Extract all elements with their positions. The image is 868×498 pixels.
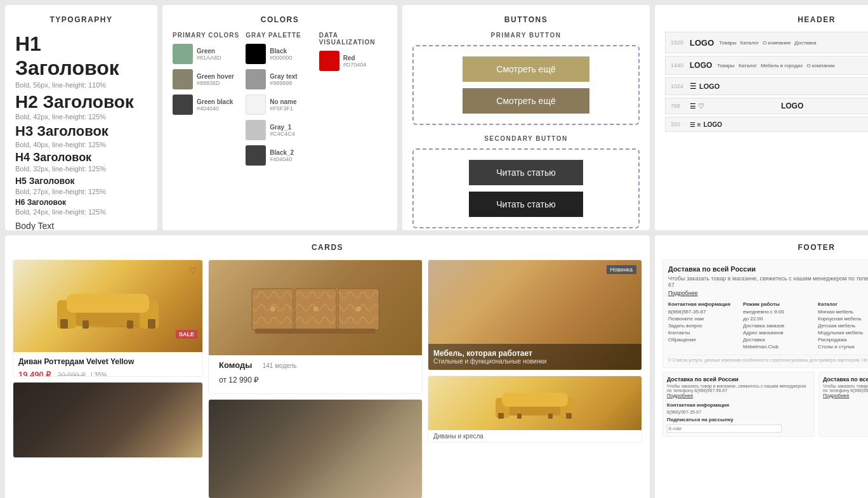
color-item-gray1: Gray_1 #C4C4C4 [246,120,313,140]
data-viz-section: DATA VISUALIZATION Red #D70404 [319,32,387,171]
komody-card: Комоды 141 модель от 12 990 ₽ [208,259,423,394]
secondary-button-2[interactable]: Читать статью [469,192,583,217]
sofa-card: SALE ♡ Диван Роттердам Velvet Yellow 19 … [13,259,203,377]
typography-title: TYPOGRAPHY [15,15,147,24]
secondary-button-demo: Читать статью Читать статью [412,148,640,228]
footer-small-2-title: Доставка по всей России [823,376,868,383]
gray-palette-title: GRAY PALETTE [246,32,313,39]
sofa-small-card: Диваны и кресла [428,376,642,443]
color-item-black2: Black_2 #404040 [246,145,313,166]
sofa-card-image [13,260,202,352]
footer-small-1-link[interactable]: Подробнее [667,393,694,398]
footer-delivery-link[interactable]: Подробнее [668,290,698,296]
cards-grid: SALE ♡ Диван Роттердам Velvet Yellow 19 … [13,259,642,498]
header-panel: HEADER 1920 LOGO Товары Каталог О компан… [655,5,868,230]
header-size-768: 768 [671,103,690,109]
color-swatch-black2 [246,145,266,166]
cards-title: CARDS [13,243,642,252]
header-row-1920: 1920 LOGO Товары Каталог О компании Дост… [665,32,868,53]
primary-button-demo: Смотреть ещё Смотреть ещё [412,45,640,125]
color-item-red: Red #D70404 [319,51,387,71]
svg-rect-8 [127,320,133,329]
color-name-gray1: Gray_1 [270,124,295,131]
buttons-panel: BUTTONS PRIMARY BUTTON Смотреть ещё Смот… [402,5,650,230]
footer-phone: 8(968)567-35-67 [668,309,740,315]
room-card-image [13,383,202,458]
primary-button-2[interactable]: Смотреть ещё [463,88,589,114]
h3-sub: Bold, 40px, line-height: 125% [15,141,147,148]
h6-sample: H6 Заголовок [15,198,147,208]
footer-contact-1: Позвоните нам [668,316,740,322]
primary-button-1[interactable]: Смотреть ещё [463,56,589,82]
color-swatch-green-black [173,95,193,115]
sofa-svg [51,281,165,332]
footer-col-schedule: Режим работы ежедневно с 9:00 до 22:00 Д… [743,301,815,351]
colors-title: COLORS [173,15,387,24]
furniture-hero-title: Мебель, которая работает [433,349,636,358]
header-logo-1920: LOGO [690,38,714,48]
h5-sub: Bold, 27px, line-height: 125% [15,188,147,195]
footer-columns: Контактная информация 8(968)567-35-67 По… [668,301,868,351]
colors-panel: COLORS PRIMARY COLORS Green #81AA8D Gree… [162,5,397,230]
h5-sample: H5 Заголовок [15,175,147,187]
color-item-black: Black #000000 [246,44,313,64]
color-swatch-black [246,44,266,64]
interior-card [208,399,423,498]
header-logo-1024: LOGO [699,82,720,90]
burger-icon-768: ☰ ♡ [690,102,704,110]
color-name-red: Red [343,55,367,62]
color-hex-black: #000000 [270,55,292,61]
komody-title: Комоды [214,358,257,372]
header-row-768: 768 ☰ ♡ LOGO ♡ 🛒 [665,98,868,114]
footer-delivery-small-1: Доставка по всей России Чтобы заказать т… [662,372,815,437]
color-hex-noname: #F5F3F1 [270,105,296,112]
primary-colors-title: PRIMARY COLORS [173,32,240,39]
footer-contact-4: Обращение [668,337,740,343]
header-row-1440: 1440 LOGO Товары Каталог Мебель в города… [665,56,868,75]
sofa-title: Диван Роттердам Velvet Yellow [18,357,197,366]
color-name-black2: Black_2 [270,149,294,156]
svg-rect-6 [148,319,155,329]
cards-panel: CARDS SA [5,235,650,498]
svg-rect-21 [502,393,568,407]
color-swatch-red [319,51,339,71]
header-nav-1920: Товары Каталог О компании Доставка [719,40,816,46]
footer-col-contact: Контактная информация 8(968)567-35-67 По… [668,301,740,351]
sofa-small-title: Диваны и кресла [428,430,641,442]
header-row-1024: 1024 ☰ LOGO 👤 ♡ 🛒 [665,77,868,95]
svg-rect-7 [82,320,89,329]
wishlist-button[interactable]: ♡ [189,265,197,275]
komody-subtitle: 141 модель [263,362,297,369]
color-swatch-noname [246,95,266,115]
color-name-gray-text: Gray text [270,73,297,80]
h4-sample: H4 Заголовок [15,151,147,165]
cards-left-col: SALE ♡ Диван Роттердам Velvet Yellow 19 … [13,259,203,498]
color-item-green-black: Green black #404040 [173,95,240,115]
footer-catalog-item: Мягкая мебель [818,309,868,315]
furniture-overlay: Мебель, которая работает Стильные и функ… [428,344,641,370]
header-logo-320: LOGO [704,121,722,128]
footer-contact-3: Контакты [668,330,740,336]
body-sample: Body Text [15,221,147,230]
secondary-button-1[interactable]: Читать статью [469,160,583,185]
h3-sample: H3 Заголовок [15,123,147,140]
footer-main-preview: Доставка по всей России Чтобы заказать т… [662,259,868,368]
footer-schedule-title: Режим работы [743,301,815,307]
newsletter-input-small[interactable] [667,424,782,433]
footer-small-1-title: Доставка по всей России [667,376,810,383]
colors-grid: PRIMARY COLORS Green #81AA8D Green hover… [173,32,387,171]
footer-bottom-previews: Доставка по всей России Чтобы заказать т… [662,372,868,437]
color-swatch-gray-text [246,69,266,89]
header-size-1024: 1024 [671,83,690,89]
header-row-320: 320 ☰ ≡ LOGO ♡ 🛒 [665,117,868,132]
footer-delivery-text: Чтобы заказать товар в магазине, свяжите… [668,275,868,288]
furniture-hero-subtitle: Стильные и функциональные новинки [433,358,636,365]
cards-middle-col: Комоды 141 модель от 12 990 ₽ [208,259,423,498]
h6-sub: Bold, 24px, line-height: 125% [15,208,147,216]
h4-sub: Bold, 32px, line-height: 125% [15,165,147,173]
footer-small-2-link[interactable]: Подробнее [823,393,850,398]
svg-rect-22 [498,413,504,419]
interior-image [209,400,422,498]
data-viz-title: DATA VISUALIZATION [319,32,387,46]
color-name-green-hover: Green hover [197,73,234,80]
